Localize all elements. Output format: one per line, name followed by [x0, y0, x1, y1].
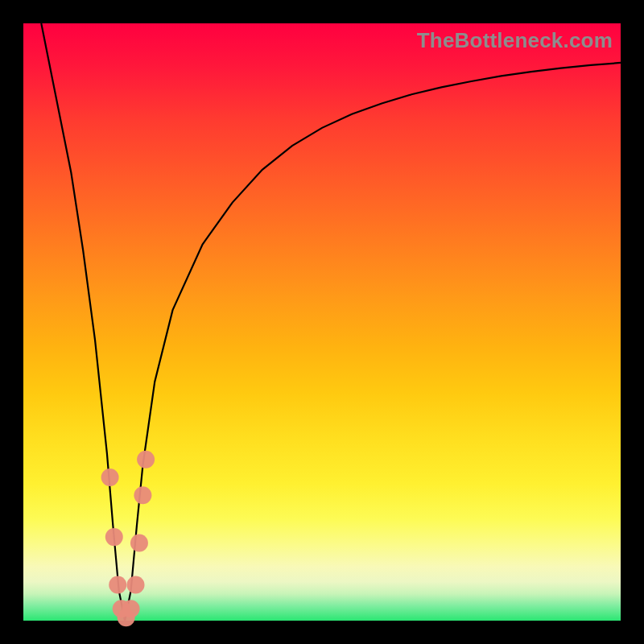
plot-area: TheBottleneck.com	[23, 23, 621, 621]
chart-frame: TheBottleneck.com	[0, 0, 644, 644]
curve-layer	[23, 23, 621, 621]
data-marker	[127, 576, 145, 593]
data-marker	[105, 528, 123, 546]
data-marker	[130, 535, 148, 552]
data-marker	[101, 469, 119, 486]
data-marker	[134, 486, 151, 504]
bottleneck-curve	[41, 23, 621, 621]
data-marker	[109, 576, 126, 593]
data-marker	[137, 451, 155, 469]
marker-group	[101, 451, 155, 627]
data-marker	[122, 600, 140, 617]
